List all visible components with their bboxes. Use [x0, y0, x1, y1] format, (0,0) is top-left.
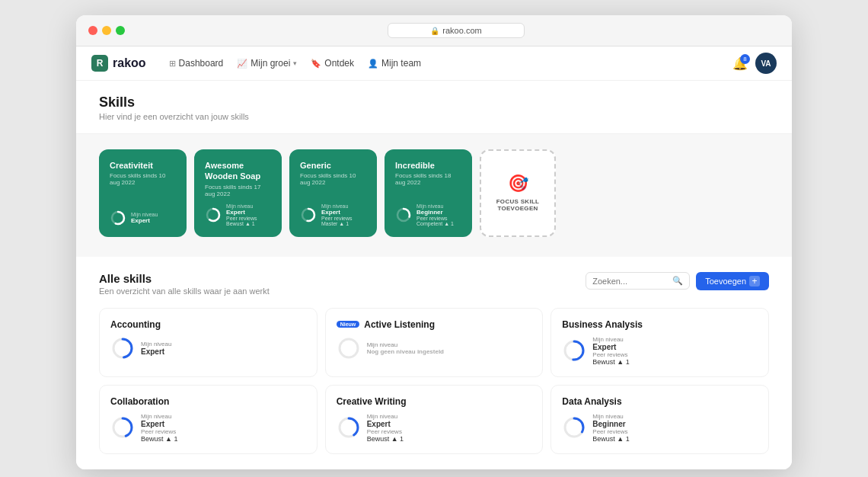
nav-bar: R rakoo ⊞ Dashboard 📈 Mijn groei ▾ 🔖 Ont… [76, 46, 792, 81]
page-subtitle: Hier vind je een overzicht van jouw skil… [99, 112, 769, 121]
focus-level-label-1: Mijn niveau [131, 212, 158, 217]
search-box[interactable]: 🔍 [586, 272, 690, 290]
focus-card-generic[interactable]: Generic Focus skills sinds 10 aug 2022 M… [289, 149, 377, 237]
focus-card-soap[interactable]: Awesome Wooden Soap Focus skills sinds 1… [194, 149, 282, 237]
skill-card-header-active-listening: Nieuw Active Listening [337, 319, 532, 330]
focus-progress-circle-4 [395, 206, 412, 223]
skill-title-data-analysis: Data Analysis [562, 396, 621, 407]
logo-icon: R [91, 55, 108, 72]
notification-badge: 8 [740, 54, 750, 64]
nav-ontdek-label: Ontdek [324, 58, 354, 69]
svg-point-10 [340, 339, 358, 357]
search-input[interactable] [592, 277, 669, 286]
focus-peer-4: Peer reviews Competent ▲ 1 [416, 216, 454, 226]
avatar-button[interactable]: VA [755, 53, 777, 74]
focus-card-sub-1: Focus skills sinds 10 aug 2022 [110, 172, 176, 186]
nav-dashboard[interactable]: ⊞ Dashboard [169, 58, 224, 69]
dashboard-icon: ⊞ [169, 59, 176, 69]
maximize-button[interactable] [116, 26, 125, 35]
add-plus-icon: + [749, 276, 760, 287]
skill-card-header-accounting: Accounting [110, 319, 306, 330]
skill-circle-business-analysis [562, 338, 586, 363]
nav-dashboard-label: Dashboard [179, 58, 224, 69]
new-badge-active-listening: Nieuw [337, 321, 360, 328]
url-display[interactable]: 🔒 rakoo.com [388, 23, 525, 38]
focus-card-sub-4: Focus skills sinds 18 aug 2022 [395, 172, 461, 186]
nav-right: 🔔 8 VA [732, 53, 777, 74]
close-button[interactable] [88, 26, 97, 35]
page-title: Skills [99, 94, 769, 110]
lock-icon: 🔒 [430, 27, 439, 35]
focus-card-creativiteit[interactable]: Creativiteit Focus skills sinds 10 aug 2… [99, 149, 187, 237]
focus-cards-container: Creativiteit Focus skills sinds 10 aug 2… [99, 149, 769, 237]
notification-button[interactable]: 🔔 8 [732, 56, 748, 71]
nav-groei-label: Mijn groei [251, 58, 290, 69]
skill-card-body-accounting: Mijn niveau Expert [110, 336, 306, 360]
skill-card-body-creative-writing: Mijn niveau Expert Peer reviews Bewust ▲… [337, 413, 532, 443]
skill-title-accounting: Accounting [110, 319, 161, 330]
focus-card-title-1: Creativiteit [110, 160, 176, 171]
logo[interactable]: R rakoo [91, 55, 146, 72]
all-skills-header: Alle skills Een overzicht van alle skill… [99, 272, 769, 296]
skill-title-business-analysis: Business Analysis [562, 319, 643, 330]
focus-peer-2: Peer reviews Bewust ▲ 1 [226, 216, 257, 226]
nav-ontdek[interactable]: 🔖 Ontdek [311, 58, 354, 69]
skill-title-collaboration: Collaboration [110, 396, 169, 407]
address-bar: 🔒 rakoo.com [132, 23, 780, 38]
skill-card-body-collaboration: Mijn niveau Expert Peer reviews Bewust ▲… [110, 413, 306, 443]
all-skills-text: Alle skills Een overzicht van alle skill… [99, 272, 270, 296]
url-text: rakoo.com [442, 26, 481, 35]
all-skills-subtitle: Een overzicht van alle skills waar je aa… [99, 287, 270, 296]
skill-card-accounting[interactable]: Accounting Mijn niveau Expert [99, 308, 318, 377]
focus-skills-section: Creativiteit Focus skills sinds 10 aug 2… [76, 134, 792, 252]
focus-card-title-4: Incredible [395, 160, 461, 171]
skill-card-data-analysis[interactable]: Data Analysis Mijn niveau Beginner Peer … [550, 385, 769, 454]
skill-card-collaboration[interactable]: Collaboration Mijn niveau Expert Peer re… [99, 385, 318, 454]
focus-peer-3: Peer reviews Master ▲ 1 [321, 216, 352, 226]
focus-card-title-2: Awesome Wooden Soap [205, 160, 271, 182]
main-content: Skills Hier vind je een overzicht van jo… [76, 81, 792, 469]
nav-team-label: Mijn team [381, 58, 421, 69]
focus-card-title-3: Generic [300, 160, 366, 171]
nav-mijn-team[interactable]: 👤 Mijn team [368, 58, 421, 69]
focus-progress-circle-1 [110, 210, 126, 226]
all-skills-title: Alle skills [99, 272, 270, 285]
focus-card-sub-2: Focus skills sinds 17 aug 2022 [205, 184, 271, 197]
focus-card-incredible[interactable]: Incredible Focus skills sinds 18 aug 202… [385, 149, 472, 237]
browser-window: 🔒 rakoo.com R rakoo ⊞ Dashboard 📈 Mijn g… [76, 15, 792, 469]
skill-title-creative-writing: Creative Writing [337, 396, 407, 407]
all-skills-section: Alle skills Een overzicht van alle skill… [76, 257, 792, 469]
add-focus-skill-button[interactable]: 🎯 FOCUS SKILL TOEVOEGEN [480, 149, 556, 237]
skill-card-creative-writing[interactable]: Creative Writing Mijn niveau Expert Peer… [325, 385, 544, 454]
nav-links: ⊞ Dashboard 📈 Mijn groei ▾ 🔖 Ontdek 👤 Mi… [169, 58, 717, 69]
focus-card-sub-3: Focus skills sinds 10 aug 2022 [300, 172, 366, 186]
browser-titlebar: 🔒 rakoo.com [76, 15, 792, 46]
nav-mijn-groei[interactable]: 📈 Mijn groei ▾ [237, 58, 297, 69]
skill-peer-creative-writing: Peer reviews Bewust ▲ 1 [367, 428, 404, 443]
skill-card-body-business-analysis: Mijn niveau Expert Peer reviews Bewust ▲… [562, 336, 758, 366]
skill-card-header-business-analysis: Business Analysis [562, 319, 758, 330]
logo-text: rakoo [113, 56, 146, 70]
add-skill-button[interactable]: Toevoegen + [696, 272, 769, 290]
add-focus-icon: 🎯 [508, 174, 528, 194]
skill-card-active-listening[interactable]: Nieuw Active Listening Mijn niveau Nog g… [325, 308, 544, 377]
skill-peer-data-analysis: Peer reviews Bewust ▲ 1 [592, 428, 629, 443]
minimize-button[interactable] [102, 26, 111, 35]
skill-card-header-data-analysis: Data Analysis [562, 396, 758, 407]
add-focus-label: FOCUS SKILL TOEVOEGEN [481, 198, 554, 212]
skill-circle-active-listening [337, 336, 361, 360]
skill-circle-data-analysis [562, 415, 586, 440]
skill-card-header-creative-writing: Creative Writing [337, 396, 532, 407]
skill-circle-accounting [110, 336, 135, 360]
skill-card-business-analysis[interactable]: Business Analysis Mijn niveau Expert Pee… [550, 308, 769, 377]
team-icon: 👤 [368, 59, 378, 69]
skill-circle-creative-writing [337, 415, 361, 440]
skill-card-body-active-listening: Mijn niveau Nog geen niveau ingesteld [337, 336, 532, 360]
skill-card-header-collaboration: Collaboration [110, 396, 306, 407]
focus-level-value-1: Expert [131, 217, 158, 224]
traffic-lights [88, 26, 125, 35]
groei-icon: 📈 [237, 59, 247, 69]
skill-peer-collaboration: Peer reviews Bewust ▲ 1 [141, 428, 177, 443]
skill-circle-collaboration [110, 415, 135, 440]
groei-arrow: ▾ [293, 59, 297, 67]
